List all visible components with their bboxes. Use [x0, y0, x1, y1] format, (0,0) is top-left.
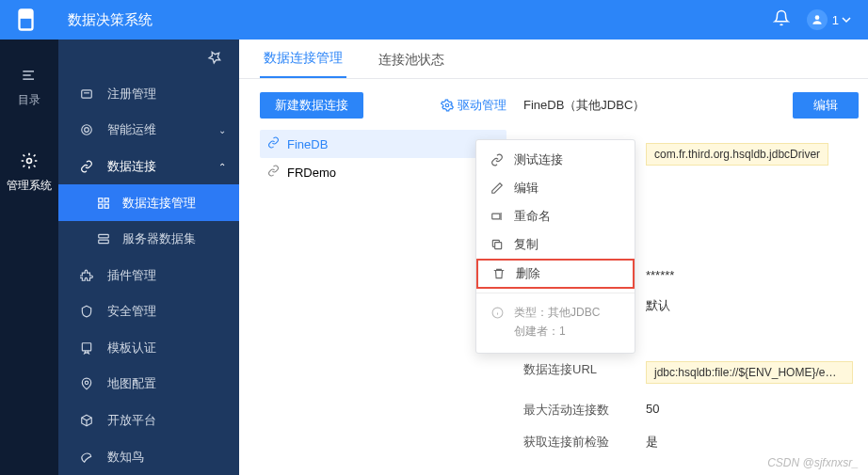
ctx-label: 删除	[516, 265, 540, 282]
puzzle-icon	[79, 269, 94, 282]
menu-plugin[interactable]: 插件管理	[58, 257, 239, 293]
svg-rect-1	[20, 10, 33, 19]
menu-open-platform[interactable]: 开放平台	[58, 403, 239, 439]
link-icon	[79, 160, 94, 173]
radar-icon	[79, 123, 94, 136]
ctx-info: 类型：其他JDBC 创建者：1	[476, 297, 635, 347]
shield-icon	[79, 305, 94, 318]
prop-value: com.fr.third.org.hsqldb.jdbcDriver	[646, 143, 859, 168]
drive-mgmt-link[interactable]: 驱动管理	[441, 97, 506, 114]
ctx-label: 重命名	[514, 208, 551, 225]
rail-system[interactable]: 管理系统	[7, 151, 52, 194]
ctx-label: 编辑	[514, 180, 538, 197]
tab-pool-status[interactable]: 连接池状态	[375, 52, 448, 78]
edit-button[interactable]: 编辑	[793, 92, 859, 119]
ctx-rename[interactable]: 重命名	[476, 202, 635, 230]
avatar	[807, 9, 828, 30]
chevron-up-icon: ⌃	[218, 162, 226, 172]
ctx-edit[interactable]: 编辑	[476, 174, 635, 202]
conn-label: FineDB	[287, 137, 328, 151]
menu-data-conn[interactable]: 数据连接⌃	[58, 149, 239, 185]
link-icon	[267, 165, 280, 180]
list-icon	[20, 66, 39, 87]
ctx-label: 复制	[514, 236, 538, 253]
new-conn-button[interactable]: 新建数据连接	[260, 92, 363, 119]
submenu-data-conn-mgmt[interactable]: 数据连接管理	[58, 184, 239, 221]
rail-directory[interactable]: 目录	[18, 66, 40, 108]
submenu-server-dataset[interactable]: 服务器数据集	[58, 221, 239, 258]
menu-register[interactable]: 注册管理	[58, 76, 239, 113]
prop-value: 50	[646, 402, 859, 419]
menu-label: 开放平台	[107, 412, 226, 429]
app-title: 数据决策系统	[68, 11, 153, 29]
trash-icon	[491, 267, 506, 280]
svg-rect-21	[495, 243, 502, 249]
menu-smart-ops[interactable]: 智能运维⌄	[58, 112, 239, 149]
pin-icon[interactable]	[207, 50, 222, 65]
svg-point-9	[82, 125, 92, 135]
svg-point-10	[85, 128, 89, 133]
menu-map-config[interactable]: 地图配置	[58, 366, 239, 403]
tab-data-conn-mgmt[interactable]: 数据连接管理	[260, 50, 346, 78]
certificate-icon	[79, 341, 94, 355]
svg-rect-16	[99, 240, 109, 243]
grid-icon	[96, 197, 111, 210]
bird-icon	[79, 451, 94, 464]
menu-label: 注册管理	[107, 86, 226, 103]
menu-label: 地图配置	[107, 375, 226, 392]
svg-rect-7	[82, 90, 92, 98]
menu-label: 模板认证	[107, 340, 226, 356]
user-label: 1	[832, 13, 839, 27]
conn-item-frdemo[interactable]: FRDemo	[260, 158, 506, 186]
svg-rect-14	[104, 204, 108, 208]
ctx-copy[interactable]: 复制	[476, 230, 635, 259]
svg-point-18	[85, 382, 88, 386]
menu-label: 安全管理	[107, 303, 226, 320]
svg-rect-12	[104, 198, 108, 201]
menu-panel: 注册管理 智能运维⌄ 数据连接⌃ 数据连接管理 服务器数据集 插件管理 安全管理…	[58, 40, 239, 475]
menu-security[interactable]: 安全管理	[58, 293, 239, 330]
map-icon	[79, 377, 94, 390]
pin-row	[58, 40, 239, 76]
ctx-test-conn[interactable]: 测试连接	[476, 146, 635, 174]
card-icon	[79, 87, 94, 101]
server-icon	[96, 232, 111, 245]
top-header: 数据决策系统 1	[0, 0, 868, 40]
menu-label: 数知鸟	[107, 449, 226, 466]
ctx-delete[interactable]: 删除	[476, 259, 635, 289]
chevron-down-icon: ⌄	[218, 125, 226, 135]
context-menu: 测试连接 编辑 重命名 复制 删除 类型：其他JDBC 创建者：1	[475, 139, 635, 354]
ctx-creator-label: 创建者：1	[490, 322, 621, 340]
box-icon	[79, 414, 94, 427]
rail-label: 管理系统	[7, 178, 52, 194]
menu-knowledge[interactable]: 数知鸟	[58, 438, 239, 475]
svg-rect-17	[82, 343, 90, 351]
svg-rect-20	[492, 214, 500, 219]
tab-row: 数据连接管理 连接池状态	[239, 40, 868, 79]
drive-mgmt-label: 驱动管理	[458, 97, 506, 114]
conn-list-panel: 新建数据连接 驱动管理 FineDB ⋯ FRDemo	[260, 92, 506, 475]
menu-label: 插件管理	[107, 267, 226, 284]
conn-title: FineDB（其他JDBC）	[523, 97, 645, 114]
gear-icon	[20, 151, 39, 173]
svg-rect-15	[99, 235, 109, 239]
user-menu[interactable]: 1	[807, 9, 851, 30]
logo	[0, 0, 58, 40]
copy-icon	[490, 238, 505, 251]
chevron-down-icon	[842, 15, 851, 24]
pencil-icon	[490, 182, 505, 195]
prop-value: 默认	[646, 297, 859, 314]
menu-label: 智能运维	[107, 121, 218, 138]
prop-label: 最大活动连接数	[523, 402, 646, 419]
rail-label: 目录	[18, 92, 40, 108]
prop-value: ******	[646, 268, 859, 282]
svg-point-2	[814, 15, 819, 20]
prop-label: 数据连接URL	[523, 361, 646, 387]
menu-template-auth[interactable]: 模板认证	[58, 330, 239, 367]
prop-value: jdbc:hsqldb:file://${ENV_HOME}/emb...	[646, 361, 859, 387]
bell-icon[interactable]	[773, 9, 790, 30]
rename-icon	[490, 210, 505, 223]
conn-item-finedb[interactable]: FineDB ⋯	[260, 130, 506, 158]
submenu-label: 服务器数据集	[122, 230, 196, 247]
ctx-label: 测试连接	[514, 151, 563, 168]
